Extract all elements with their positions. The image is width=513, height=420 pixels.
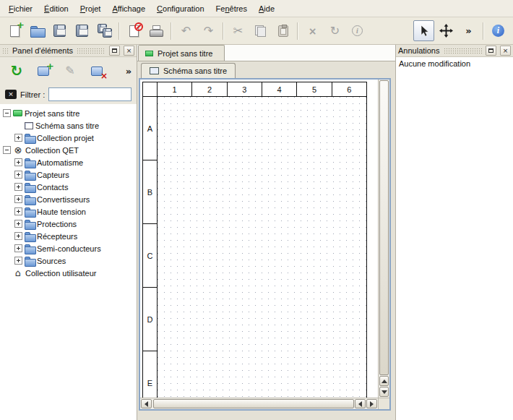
tree-item-schema-sans-titre[interactable]: Schéma sans titre — [0, 119, 137, 132]
horizontal-scrollbar[interactable] — [140, 398, 378, 409]
project-window: Schéma sans titre 123456 ABCDE — [139, 62, 391, 411]
expand-icon[interactable] — [14, 134, 22, 142]
menu-item-configuration[interactable]: Configuration — [152, 1, 209, 16]
vertical-scrollbar-thumb[interactable] — [379, 80, 389, 375]
schema-tab[interactable]: Schéma sans titre — [141, 63, 236, 78]
expand-icon[interactable] — [14, 232, 22, 240]
edit-element-button[interactable]: ✎ — [59, 60, 81, 82]
tree-item-contacts[interactable]: Contacts — [0, 181, 137, 193]
dock-grip[interactable] — [444, 48, 483, 53]
expand-icon[interactable] — [14, 195, 22, 203]
save-all-button[interactable] — [94, 20, 115, 41]
filter-input[interactable] — [48, 87, 132, 101]
horizontal-scrollbar-thumb[interactable] — [153, 399, 354, 408]
tree-item-collection-utilisateur[interactable]: ⌂Collection utilisateur — [0, 267, 137, 279]
close-file-button[interactable] — [124, 20, 145, 41]
save-button[interactable] — [49, 20, 70, 41]
print-button[interactable] — [146, 20, 167, 41]
rotate-button[interactable]: ↻ — [324, 20, 345, 41]
tree-item-automatisme[interactable]: Automatisme — [0, 156, 137, 168]
scroll-left-button[interactable] — [141, 399, 152, 408]
elements-panel-titlebar[interactable]: Panel d'éléments × — [0, 45, 137, 57]
new-project-button[interactable]: + — [4, 20, 25, 41]
tree-item-label: Capteurs — [37, 171, 69, 179]
scroll-right-button[interactable] — [366, 399, 377, 408]
undo-list[interactable]: Aucune modification — [396, 57, 513, 420]
vertical-scrollbar[interactable] — [378, 80, 389, 398]
column-header-6: 6 — [332, 82, 366, 96]
cut-button[interactable]: ✂ — [228, 20, 249, 41]
diagram-canvas[interactable]: 123456 ABCDE — [140, 80, 378, 398]
project-tab[interactable]: Projet sans titre — [138, 45, 225, 61]
new-element-button[interactable]: + — [33, 60, 54, 82]
expand-icon[interactable] — [14, 183, 22, 191]
collapse-icon[interactable] — [3, 109, 11, 117]
elements-panel: Panel d'éléments × ↻ + ✎ × » × Filtrer :… — [0, 45, 137, 420]
float-panel-button[interactable] — [486, 46, 496, 56]
diagram-icon — [25, 122, 33, 129]
project-tabbar: Projet sans titre — [137, 45, 395, 61]
undo-panel-titlebar[interactable]: Annulations × — [396, 45, 513, 57]
dock-grip[interactable] — [2, 48, 9, 53]
expand-icon[interactable] — [14, 171, 22, 179]
menu-item-aide[interactable]: Aide — [254, 1, 280, 16]
row-header-c: C — [143, 224, 157, 288]
element-info-button[interactable]: i — [347, 20, 368, 41]
tree-item-haute-tension[interactable]: Haute tension — [0, 205, 137, 218]
tree-item-convertisseurs[interactable]: Convertisseurs — [0, 193, 137, 205]
expand-icon[interactable] — [14, 244, 22, 252]
tree-item-collection-qet[interactable]: ⊗Collection QET — [0, 144, 137, 156]
close-panel-button[interactable]: × — [124, 46, 134, 56]
scroll-down-button[interactable] — [379, 387, 389, 397]
pan-mode-button[interactable] — [436, 20, 457, 41]
panel-toolbar: ↻ + ✎ × » — [0, 57, 137, 85]
expand-icon[interactable] — [14, 207, 22, 215]
tree-item-sources[interactable]: Sources — [0, 254, 137, 267]
expand-icon[interactable] — [14, 220, 22, 228]
chevron-double-right-icon: » — [126, 67, 132, 76]
diagram-view[interactable]: 123456 ABCDE — [139, 78, 391, 411]
scroll-up-button[interactable] — [379, 376, 389, 386]
toolbar-overflow-button[interactable]: » — [458, 20, 479, 41]
arrow-down-icon — [381, 390, 387, 394]
menu-item-affichage[interactable]: Affichage — [107, 1, 150, 16]
redo-button[interactable]: ↷ — [198, 20, 219, 41]
selection-mode-button[interactable] — [413, 20, 434, 41]
menu-item-fenetres[interactable]: Fenêtres — [211, 1, 252, 16]
tree-item-label: Schéma sans titre — [35, 121, 99, 130]
about-button[interactable]: i — [488, 20, 509, 41]
toolbar-separator — [171, 22, 172, 40]
copy-button[interactable] — [250, 20, 271, 41]
undo-button[interactable]: ↶ — [176, 20, 197, 41]
menu-item-edition[interactable]: Édition — [39, 1, 74, 16]
element-tree[interactable]: Projet sans titreSchéma sans titreCollec… — [0, 104, 137, 420]
menu-item-projet[interactable]: Projet — [75, 1, 106, 16]
expand-icon[interactable] — [14, 257, 22, 265]
collapse-icon[interactable] — [3, 146, 11, 154]
float-panel-button[interactable] — [109, 46, 120, 56]
reload-collections-button[interactable]: ↻ — [6, 60, 27, 82]
expand-icon[interactable] — [14, 158, 22, 166]
clear-filter-icon[interactable]: × — [5, 90, 17, 99]
tree-item-label: Récepteurs — [37, 232, 77, 241]
tree-item-protections[interactable]: Protections — [0, 218, 137, 230]
tree-item-recepteurs[interactable]: Récepteurs — [0, 230, 137, 242]
delete-button[interactable]: × — [302, 20, 323, 41]
grid-paper[interactable] — [158, 97, 366, 398]
scroll-left-button-2[interactable] — [355, 399, 366, 408]
tree-item-projet-sans-titre[interactable]: Projet sans titre — [0, 107, 137, 119]
open-project-button[interactable] — [27, 20, 48, 41]
main-area: Panel d'éléments × ↻ + ✎ × » × Filtrer :… — [0, 45, 513, 420]
delete-element-button[interactable]: × — [86, 60, 108, 82]
dock-grip[interactable] — [77, 48, 105, 53]
close-panel-button[interactable]: × — [500, 46, 511, 56]
menu-item-fichier[interactable]: Fichier — [4, 1, 38, 16]
row-header-a: A — [143, 97, 157, 160]
tree-item-collection-projet[interactable]: Collection projet — [0, 132, 137, 144]
tree-item-capteurs[interactable]: Capteurs — [0, 168, 137, 181]
paste-button[interactable] — [272, 20, 293, 41]
tree-item-semi-conducteurs[interactable]: Semi-conducteurs — [0, 242, 137, 254]
pencil-icon: ✎ — [65, 65, 74, 77]
panel-overflow-button[interactable]: » — [118, 60, 139, 82]
save-as-button[interactable]: ✎ — [72, 20, 92, 41]
